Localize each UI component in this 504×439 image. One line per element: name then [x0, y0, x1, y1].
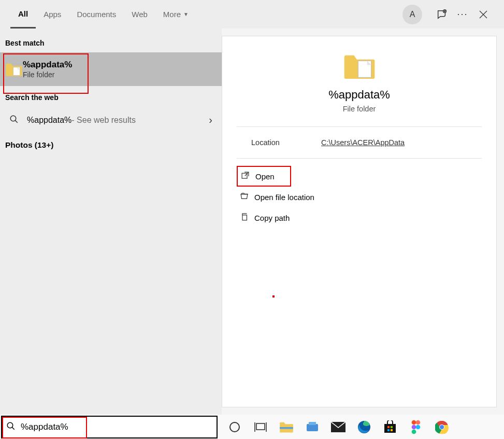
taskbar-search[interactable]	[1, 416, 218, 438]
svg-rect-1	[13, 67, 20, 75]
svg-point-7	[230, 422, 239, 432]
folder-icon	[343, 52, 376, 81]
svg-rect-10	[307, 424, 318, 431]
svg-point-20	[416, 420, 421, 424]
svg-rect-18	[391, 429, 393, 431]
avatar[interactable]: A	[402, 5, 422, 24]
location-link[interactable]: C:\Users\ACER\AppData	[321, 138, 405, 147]
folder-icon	[5, 62, 23, 77]
open-file-location-action[interactable]: Open file location	[237, 187, 318, 207]
search-icon	[5, 115, 23, 126]
taskbar	[0, 415, 504, 439]
close-icon[interactable]	[473, 4, 494, 25]
section-photos[interactable]: Photos (13+)	[0, 133, 222, 157]
svg-point-21	[412, 424, 416, 429]
svg-rect-14	[384, 424, 396, 433]
svg-rect-17	[387, 429, 390, 431]
web-suffix: - See web results	[71, 116, 136, 125]
svg-point-2	[10, 116, 16, 121]
figma-icon[interactable]	[408, 419, 424, 435]
search-tabs: All Apps Documents Web More ▼ A ···	[0, 0, 504, 29]
tab-apps[interactable]: Apps	[36, 0, 69, 29]
preview-title: %appdata%	[328, 88, 390, 102]
svg-point-19	[412, 420, 416, 424]
feedback-icon[interactable]	[431, 4, 452, 25]
open-label: Open	[255, 172, 275, 181]
web-search-item[interactable]: %appdata% - See web results ›	[0, 107, 222, 133]
tab-documents[interactable]: Documents	[69, 0, 124, 29]
store-icon[interactable]	[382, 419, 398, 435]
folder-open-icon	[240, 192, 254, 202]
mail-icon[interactable]	[330, 419, 346, 435]
open-location-label: Open file location	[254, 193, 314, 202]
tab-more[interactable]: More ▼	[155, 0, 196, 29]
cortana-icon[interactable]	[227, 419, 242, 435]
search-icon	[6, 421, 16, 433]
task-view-icon[interactable]	[253, 419, 268, 435]
app-icon[interactable]	[305, 419, 320, 435]
copy-path-action[interactable]: Copy path	[237, 207, 293, 228]
web-query: %appdata%	[27, 116, 71, 125]
section-search-web: Search the web	[0, 93, 222, 107]
file-explorer-icon[interactable]	[279, 419, 294, 435]
copy-icon	[240, 213, 254, 223]
svg-rect-15	[387, 426, 390, 428]
open-action[interactable]: Open	[237, 166, 291, 187]
chevron-down-icon: ▼	[183, 11, 189, 17]
best-match-title: %appdata%	[23, 60, 72, 70]
annotation-dot	[272, 295, 275, 298]
tab-more-label: More	[163, 10, 181, 19]
tab-all[interactable]: All	[10, 0, 36, 29]
best-match-subtitle: File folder	[23, 70, 72, 79]
svg-rect-8	[256, 423, 265, 430]
tab-web[interactable]: Web	[124, 0, 155, 29]
section-best-match: Best match	[0, 39, 222, 52]
preview-subtitle: File folder	[343, 105, 376, 113]
location-label: Location	[251, 138, 321, 147]
results-panel: Best match %appdata% File folder Search …	[0, 29, 222, 415]
svg-rect-9	[280, 427, 293, 429]
more-options-icon[interactable]: ···	[452, 4, 473, 25]
preview-panel: %appdata% File folder Location C:\Users\…	[222, 36, 497, 407]
svg-rect-11	[309, 422, 316, 425]
svg-rect-16	[391, 426, 393, 428]
location-row: Location C:\Users\ACER\AppData	[237, 127, 482, 159]
chevron-right-icon: ›	[209, 114, 212, 126]
svg-point-22	[416, 424, 421, 429]
edge-icon[interactable]	[356, 419, 372, 435]
best-match-item[interactable]: %appdata% File folder	[0, 52, 222, 86]
svg-point-26	[440, 425, 444, 429]
svg-point-23	[412, 429, 416, 434]
chrome-icon[interactable]	[434, 419, 450, 435]
svg-rect-5	[242, 215, 247, 220]
open-icon	[241, 171, 255, 181]
svg-point-6	[7, 422, 13, 428]
copy-path-label: Copy path	[254, 214, 290, 222]
search-input[interactable]	[21, 422, 212, 432]
